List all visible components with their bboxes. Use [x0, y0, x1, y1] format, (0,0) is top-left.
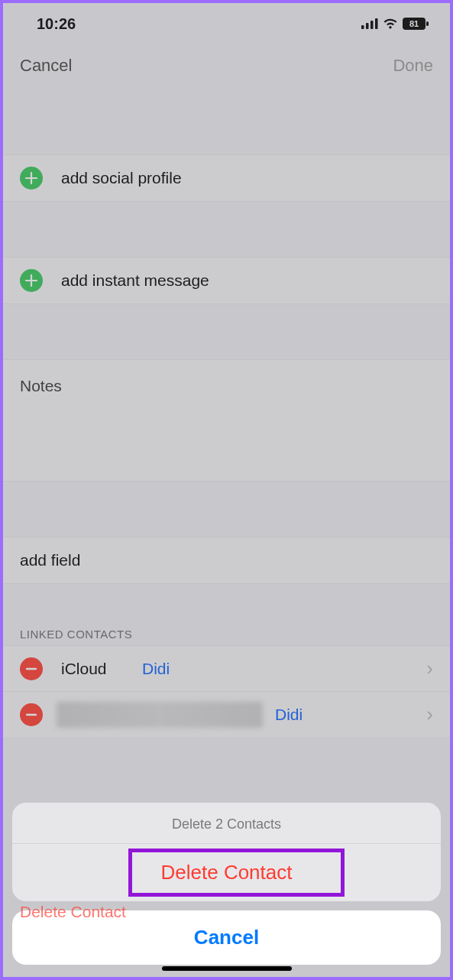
- row-label: add field: [20, 551, 80, 570]
- row-label: add instant message: [61, 271, 209, 290]
- linked-contact-row[interactable]: iCloud Didi ›: [3, 645, 450, 691]
- chevron-right-icon: ›: [426, 657, 433, 680]
- minus-icon[interactable]: [20, 657, 43, 680]
- delete-contact-background-text: Delete Contact: [20, 903, 126, 921]
- svg-rect-3: [375, 18, 378, 29]
- svg-text:81: 81: [409, 19, 419, 28]
- action-sheet: Delete 2 Contacts Delete Contact Delete …: [12, 803, 441, 965]
- add-field-row[interactable]: add field: [3, 537, 450, 584]
- add-social-profile-row[interactable]: add social profile: [3, 154, 450, 202]
- svg-rect-1: [366, 23, 369, 29]
- nav-bar: Cancel Done: [3, 44, 450, 87]
- plus-icon: [20, 167, 43, 190]
- status-indicators: 81: [361, 18, 429, 30]
- notes-label: Notes: [20, 377, 433, 395]
- status-bar: 10:26 81: [3, 3, 450, 44]
- action-sheet-title: Delete 2 Contacts: [12, 803, 441, 844]
- linked-contact-name: Didi: [142, 660, 170, 678]
- notes-field[interactable]: Notes: [3, 359, 450, 482]
- svg-rect-0: [361, 25, 364, 29]
- chevron-right-icon: ›: [426, 703, 433, 726]
- battery-icon: 81: [403, 18, 429, 30]
- linked-contact-name: Didi: [275, 706, 303, 724]
- plus-icon: [20, 269, 43, 292]
- delete-contact-button[interactable]: Delete Contact: [12, 844, 441, 901]
- redacted-account-label: [57, 702, 263, 728]
- svg-rect-5: [426, 21, 429, 26]
- home-indicator[interactable]: [162, 966, 292, 971]
- linked-contacts-header: LINKED CONTACTS: [3, 618, 450, 645]
- svg-rect-2: [370, 21, 374, 29]
- wifi-icon: [383, 18, 398, 29]
- status-time: 10:26: [37, 15, 76, 33]
- row-label: add social profile: [61, 169, 182, 187]
- add-instant-message-row[interactable]: add instant message: [3, 257, 450, 304]
- linked-contact-row[interactable]: Didi ›: [3, 691, 450, 737]
- nav-done-button[interactable]: Done: [393, 56, 433, 76]
- cellular-icon: [361, 18, 378, 29]
- minus-icon[interactable]: [20, 703, 43, 726]
- linked-account-label: iCloud: [61, 660, 130, 678]
- nav-cancel-button[interactable]: Cancel: [20, 56, 72, 76]
